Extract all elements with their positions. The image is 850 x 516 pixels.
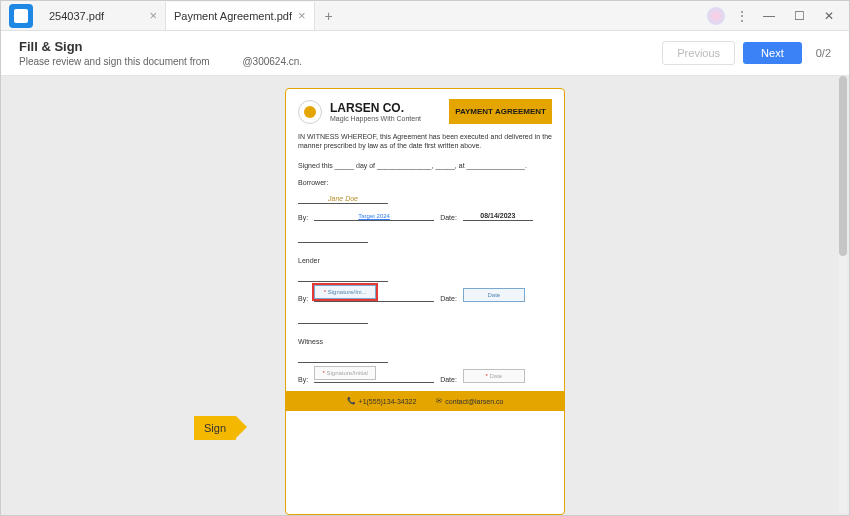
window-controls: ⋮ — ☐ ✕: [707, 6, 849, 26]
borrower-name-field: Jane Doe: [298, 190, 388, 204]
footer-phone: 📞 +1(555)134-34322: [347, 397, 417, 405]
close-icon[interactable]: ×: [149, 8, 157, 23]
company-logo-icon: [298, 100, 322, 124]
previous-button[interactable]: Previous: [662, 41, 735, 65]
lender-extra-line: [298, 310, 368, 324]
close-window-icon[interactable]: ✕: [819, 6, 839, 26]
app-icon: [9, 4, 33, 28]
lender-name-line: [298, 268, 388, 282]
ai-icon[interactable]: [707, 7, 725, 25]
borrower-date-field: 08/14/2023: [463, 207, 533, 221]
phone-icon: 📞: [347, 397, 356, 405]
page-count: 0/2: [816, 47, 831, 59]
document-page: LARSEN CO. Magic Happens With Content PA…: [285, 88, 565, 515]
email-icon: ✉: [436, 397, 442, 405]
borrower-label: Borrower:: [298, 179, 552, 186]
company-tagline: Magic Happens With Content: [330, 115, 441, 122]
title-bar: 254037.pdf × Payment Agreement.pdf × + ⋮…: [1, 1, 849, 31]
add-tab-button[interactable]: +: [315, 8, 343, 24]
footer-email: ✉ contact@larsen.co: [436, 397, 503, 405]
document-footer: 📞 +1(555)134-34322 ✉ contact@larsen.co: [286, 391, 564, 411]
borrower-sig-field: Target 2024: [314, 207, 434, 221]
header-bar: Fill & Sign Please review and sign this …: [1, 31, 849, 76]
intro-text: IN WITNESS WHEREOF, this Agreement has b…: [298, 132, 552, 150]
tab-label: Payment Agreement.pdf: [174, 10, 292, 22]
lender-signature-field[interactable]: * Signature/Ini...: [314, 285, 376, 299]
witness-date-field[interactable]: * Date: [463, 369, 525, 383]
witness-signature-field[interactable]: * Signature/Initial: [314, 366, 376, 380]
tab-label: 254037.pdf: [49, 10, 143, 22]
lender-label: Lender: [298, 257, 552, 264]
lender-date-field[interactable]: Date: [463, 288, 525, 302]
tabs-section: 254037.pdf × Payment Agreement.pdf × +: [41, 2, 707, 30]
vertical-scrollbar[interactable]: [839, 76, 847, 513]
borrower-extra-line: [298, 229, 368, 243]
document-badge: PAYMENT AGREEMENT: [449, 99, 552, 124]
signed-line: Signed this _____ day of ______________,…: [298, 162, 552, 169]
menu-icon[interactable]: ⋮: [735, 8, 749, 24]
next-button[interactable]: Next: [743, 42, 802, 64]
minimize-icon[interactable]: —: [759, 6, 779, 26]
page-subtitle: Please review and sign this document fro…: [19, 56, 662, 67]
close-icon[interactable]: ×: [298, 8, 306, 23]
sign-pointer[interactable]: Sign: [194, 416, 236, 440]
tab-1[interactable]: Payment Agreement.pdf ×: [166, 2, 315, 30]
maximize-icon[interactable]: ☐: [789, 6, 809, 26]
witness-name-line: [298, 349, 388, 363]
scrollbar-thumb[interactable]: [839, 76, 847, 256]
tab-0[interactable]: 254037.pdf ×: [41, 2, 166, 30]
document-viewport: Sign LARSEN CO. Magic Happens With Conte…: [1, 76, 849, 515]
page-title: Fill & Sign: [19, 39, 662, 54]
company-name: LARSEN CO.: [330, 101, 441, 115]
witness-label: Witness: [298, 338, 552, 345]
